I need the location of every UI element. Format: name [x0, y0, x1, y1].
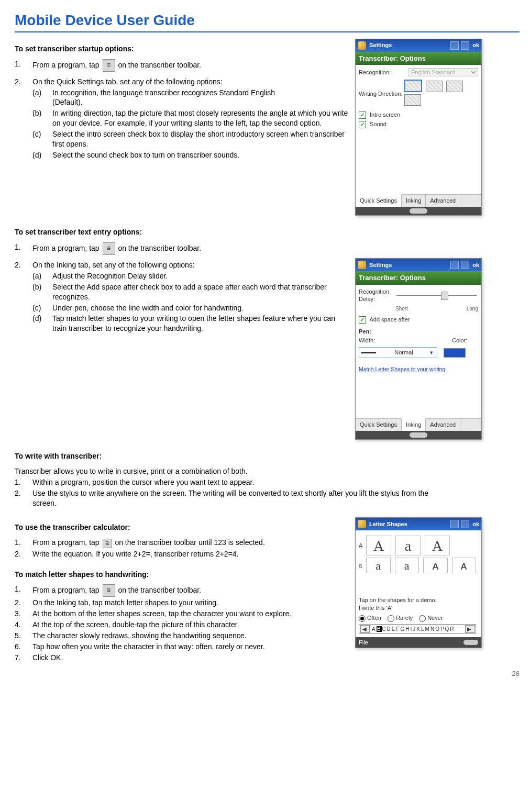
- glyph-box[interactable]: ᴀ: [423, 558, 448, 573]
- radio-rarely[interactable]: [388, 615, 394, 622]
- slider-max: Long: [467, 305, 478, 313]
- list-item: At the bottom of the letter shapes scree…: [32, 609, 350, 619]
- sublist-letter: (b): [32, 282, 52, 302]
- list-item: Click OK.: [32, 653, 350, 663]
- radio-often[interactable]: [359, 615, 366, 622]
- demo-text: Tap on the shapes for a demo.: [359, 596, 478, 604]
- color-select[interactable]: [444, 348, 466, 358]
- list-item: From a program, tap ≡ on the transcriber…: [32, 584, 350, 597]
- screenshot-letter-shapes: Letter Shapes ok A A a A a a a ᴀ ᴀ Tap o…: [355, 517, 482, 648]
- list-number: 6.: [15, 642, 32, 652]
- intro-checkbox[interactable]: ✓: [359, 112, 366, 119]
- label-width: Width:: [359, 337, 390, 344]
- sublist-item: Adjust the Recognition Delay slider.: [52, 271, 350, 281]
- writing-dir-option[interactable]: [426, 81, 443, 92]
- demo-text: I write this 'A': [359, 604, 478, 612]
- signal-icon: [450, 41, 459, 50]
- device-tabs: Quick Settings Inking Advanced: [356, 194, 481, 207]
- label-never: Never: [427, 615, 443, 621]
- writing-dir-option[interactable]: [446, 81, 463, 92]
- keyboard-icon[interactable]: [463, 640, 478, 645]
- start-icon: [358, 261, 366, 269]
- intro-label: Intro screen: [370, 112, 400, 118]
- sublist-item: Select the intro screen check box to dis…: [52, 129, 350, 149]
- label-often: Often: [367, 615, 381, 621]
- delay-slider[interactable]: [395, 289, 478, 302]
- menu-file[interactable]: File: [359, 639, 368, 647]
- heading-write: To write with transcriber:: [15, 451, 520, 461]
- paragraph: Transcriber allows you to write in cursi…: [15, 466, 520, 476]
- sound-label: Sound: [370, 121, 387, 127]
- sublist-letter: (a): [32, 88, 52, 108]
- keyboard-icon[interactable]: [410, 432, 427, 438]
- glyph-box[interactable]: a: [395, 536, 421, 555]
- volume-icon: [461, 520, 469, 528]
- width-select[interactable]: Normal ▾: [359, 347, 437, 358]
- device-subtitle: Transcriber: Options: [356, 271, 481, 285]
- sublist-item: Select the sound check box to turn on tr…: [52, 150, 350, 160]
- ok-button[interactable]: ok: [472, 261, 479, 269]
- device-titlebar: Letter Shapes ok: [356, 518, 481, 530]
- sublist-letter: (b): [32, 108, 52, 128]
- prev-arrow-icon[interactable]: ◀: [360, 625, 370, 633]
- keyboard-icon[interactable]: [410, 208, 427, 214]
- tab-inking[interactable]: Inking: [402, 418, 426, 431]
- tab-advanced[interactable]: Advanced: [426, 419, 460, 431]
- list-number: 5.: [15, 631, 32, 641]
- glyph-box[interactable]: A: [366, 536, 391, 555]
- ok-button[interactable]: ok: [472, 41, 479, 49]
- slider-min: Short: [395, 305, 408, 313]
- glyph-box[interactable]: A: [425, 536, 450, 555]
- signal-icon: [450, 520, 459, 528]
- sublist-item: Select the Add space after check box to …: [52, 282, 350, 302]
- tab-inking[interactable]: Inking: [402, 195, 426, 207]
- tab-quick-settings[interactable]: Quick Settings: [356, 419, 402, 431]
- tab-advanced[interactable]: Advanced: [426, 195, 460, 207]
- list-item: From a program, tap ≡ on the transcriber…: [32, 59, 350, 72]
- list-number: 1.: [15, 477, 32, 487]
- label-writing-dir: Writing Direction:: [359, 90, 404, 98]
- match-letter-shapes-link[interactable]: Match Letter Shapes to your writing: [359, 365, 445, 373]
- next-arrow-icon[interactable]: ▶: [465, 625, 474, 633]
- glyph-box[interactable]: a: [395, 558, 419, 573]
- device-tabs: Quick Settings Inking Advanced: [356, 418, 481, 431]
- glyph-box[interactable]: a: [366, 558, 391, 573]
- char-strip[interactable]: ◀ ABCDEFGHIJKLMNOPQR ▶: [359, 624, 476, 635]
- page-number: 28: [15, 669, 520, 678]
- list-item: Write the equation. If you write 2+2=, t…: [32, 549, 350, 559]
- sublist-letter: (d): [32, 150, 52, 160]
- radio-never[interactable]: [419, 615, 426, 622]
- sublist-letter: (a): [32, 271, 52, 281]
- writing-dir-option[interactable]: [404, 80, 422, 92]
- list-item: At the top of the screen, double-tap the…: [32, 620, 350, 630]
- sublist-item: In writing direction, tap the picture th…: [52, 108, 350, 128]
- heading-startup: To set transcriber startup options:: [15, 44, 350, 54]
- list-number: 4.: [15, 620, 32, 630]
- list-number: 2.: [15, 598, 32, 608]
- start-icon: [358, 41, 366, 50]
- sound-checkbox[interactable]: ✓: [359, 121, 366, 128]
- list-item: The character slowly redraws, showing th…: [32, 631, 350, 641]
- addspace-checkbox[interactable]: ✓: [359, 316, 366, 324]
- list-number: 2.: [15, 549, 32, 559]
- device-titlebar: Settings ok: [356, 39, 481, 52]
- label-recognition: Recognition:: [359, 69, 408, 76]
- glyph-box[interactable]: ᴀ: [452, 558, 477, 573]
- sublist-item: In recognition, the language transcriber…: [52, 88, 350, 108]
- heading-text-entry: To set transcriber text entry options:: [15, 227, 520, 237]
- settings-icon: ≡: [103, 59, 115, 72]
- tab-quick-settings[interactable]: Quick Settings: [356, 194, 402, 207]
- device-titlebar: Settings ok: [356, 259, 481, 271]
- list-item: Within a program, position the cursor wh…: [32, 477, 520, 487]
- writing-dir-option[interactable]: [404, 94, 421, 106]
- row-label: a: [359, 562, 364, 570]
- device-subtitle: Transcriber: Options: [356, 52, 481, 65]
- list-number: 3.: [15, 609, 32, 619]
- list-number: 2.: [15, 488, 32, 508]
- signal-icon: [450, 261, 459, 269]
- sublist-letter: (d): [32, 314, 52, 333]
- label-recog-delay: Recognition Delay:: [359, 288, 395, 304]
- settings-icon: ≡: [103, 584, 115, 597]
- volume-icon: [461, 261, 469, 269]
- ok-button[interactable]: ok: [472, 520, 479, 528]
